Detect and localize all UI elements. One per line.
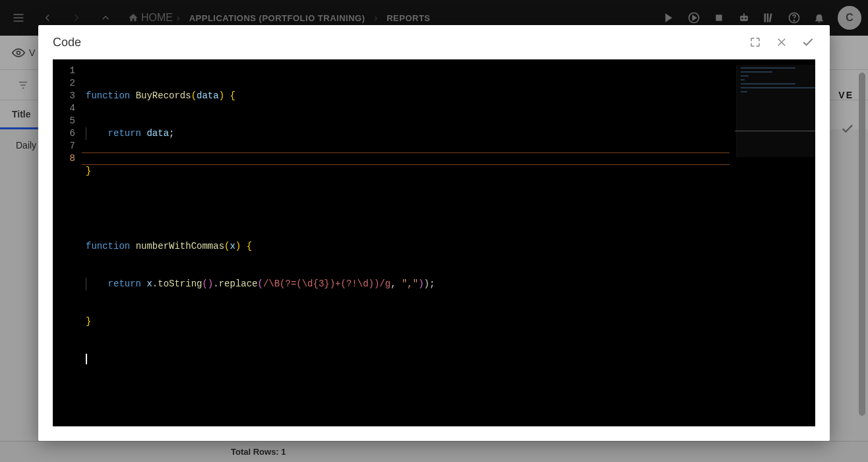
line-gutter: 1 2 3 4 5 6 7 8 — [53, 65, 82, 426]
line-number: 5 — [53, 115, 82, 127]
line-number: 2 — [53, 77, 82, 90]
modal-header: Code — [38, 25, 830, 59]
code-editor[interactable]: 1 2 3 4 5 6 7 8 function BuyRecords(data… — [53, 59, 815, 426]
confirm-check-icon[interactable] — [801, 35, 815, 50]
text-cursor — [86, 354, 87, 364]
editor-ruler — [735, 131, 815, 131]
line-number: 4 — [53, 102, 82, 115]
minimap[interactable] — [736, 65, 815, 157]
line-number: 6 — [53, 127, 82, 140]
fullscreen-icon[interactable] — [748, 35, 762, 50]
line-number: 7 — [53, 140, 82, 152]
close-icon[interactable] — [774, 35, 789, 50]
code-content[interactable]: function BuyRecords(data) { return data;… — [82, 65, 815, 391]
code-modal: Code 1 2 3 4 5 6 7 — [38, 25, 830, 441]
line-number: 3 — [53, 90, 82, 102]
line-number: 1 — [53, 65, 82, 77]
modal-title: Code — [53, 36, 81, 50]
line-number: 8 — [53, 152, 82, 165]
